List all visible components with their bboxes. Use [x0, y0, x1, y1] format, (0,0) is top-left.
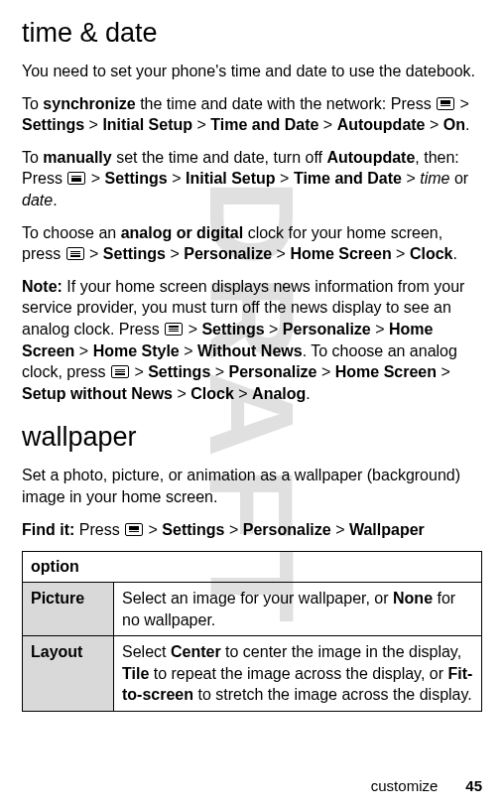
text: Press — [74, 521, 124, 538]
menu-key-icon — [437, 97, 454, 110]
paragraph: To synchronize the time and date with th… — [22, 93, 482, 136]
separator: > — [89, 116, 98, 133]
menu-key-icon — [111, 365, 129, 378]
text: the time and date with the network: Pres… — [136, 95, 436, 112]
paragraph-findit: Find it: Press > Settings > Personalize … — [22, 519, 482, 541]
text: to center the image in the display, — [221, 643, 462, 660]
separator: > — [280, 170, 289, 187]
paragraph: To manually set the time and date, turn … — [22, 147, 482, 211]
separator: > — [215, 363, 224, 380]
text: Select — [122, 643, 171, 660]
options-table: option Picture Select an image for your … — [22, 551, 482, 712]
menu-path: Clock — [190, 385, 234, 402]
text: set the time and date, turn off — [112, 149, 327, 166]
menu-path: Personalize — [283, 321, 371, 338]
menu-key-icon — [125, 523, 143, 536]
table-header: option — [23, 552, 482, 583]
menu-path: Personalize — [243, 521, 331, 538]
table-header-row: option — [23, 552, 482, 583]
menu-path: Clock — [410, 245, 453, 262]
text: to stretch the image across the display. — [193, 686, 472, 703]
option-desc: Select Center to center the image in the… — [114, 636, 482, 712]
separator: > — [172, 170, 181, 187]
menu-path: Wallpaper — [349, 521, 425, 538]
heading-time-date: time & date — [22, 18, 482, 49]
separator: > — [238, 385, 247, 402]
text: to repeat the image across the display, … — [149, 665, 447, 682]
note-label: Note: — [22, 278, 63, 295]
text-italic: time — [420, 170, 449, 187]
option-label: Picture — [23, 583, 114, 636]
text: or — [449, 170, 468, 187]
menu-path: Home Screen — [290, 245, 391, 262]
separator: > — [229, 521, 238, 538]
menu-value: Tile — [122, 665, 149, 682]
menu-path: Initial Setup — [186, 170, 276, 187]
menu-path: Initial Setup — [102, 116, 192, 133]
menu-path: Settings — [148, 363, 210, 380]
menu-path: Settings — [162, 521, 224, 538]
menu-path: Autoupdate — [326, 149, 415, 166]
menu-path: Autoupdate — [337, 116, 426, 133]
menu-path: Personalize — [184, 245, 272, 262]
text-italic: date — [22, 192, 53, 208]
heading-wallpaper: wallpaper — [22, 422, 482, 453]
separator: > — [269, 321, 278, 338]
separator: > — [321, 363, 330, 380]
separator: > — [335, 521, 344, 538]
menu-path: Without News — [197, 342, 303, 359]
menu-path: On — [443, 116, 465, 133]
page-content: time & date You need to set your phone's… — [22, 18, 482, 712]
findit-label: Find it: — [22, 521, 74, 538]
text: To — [22, 95, 43, 112]
menu-path: Home Screen — [335, 363, 437, 380]
option-desc: Select an image for your wallpaper, or N… — [114, 583, 482, 636]
separator: > — [134, 363, 143, 380]
footer-section: customize — [371, 777, 439, 794]
menu-path: Analog — [252, 385, 306, 402]
separator: > — [197, 116, 206, 133]
separator: > — [184, 342, 192, 359]
menu-path: Setup without News — [22, 385, 173, 402]
separator: > — [430, 116, 439, 133]
separator: > — [277, 245, 286, 262]
separator: > — [323, 116, 332, 133]
menu-path: Home Style — [93, 342, 180, 359]
table-row: Layout Select Center to center the image… — [23, 636, 482, 712]
menu-path: Settings — [201, 321, 264, 338]
menu-value: Center — [171, 643, 221, 660]
paragraph: You need to set your phone's time and da… — [22, 61, 482, 82]
text-bold: analog or digital — [121, 224, 244, 241]
paragraph: To choose an analog or digital clock for… — [22, 222, 482, 265]
menu-path: Settings — [22, 116, 84, 133]
menu-path: Time and Date — [294, 170, 402, 187]
paragraph: Set a photo, picture, or animation as a … — [22, 465, 482, 507]
separator: > — [91, 170, 100, 187]
separator: > — [460, 95, 469, 112]
separator: > — [189, 321, 197, 338]
text: To — [22, 149, 43, 166]
menu-path: Personalize — [229, 363, 317, 380]
text: Select an image for your wallpaper, or — [122, 590, 393, 607]
separator: > — [177, 385, 186, 402]
menu-path: Time and Date — [210, 116, 318, 133]
separator: > — [375, 321, 384, 338]
text: To choose an — [22, 224, 121, 241]
menu-path: Settings — [105, 170, 168, 187]
text-bold: manually — [43, 149, 111, 166]
menu-value: None — [393, 590, 433, 607]
paragraph-note: Note: If your home screen displays news … — [22, 276, 482, 405]
text-bold: synchronize — [43, 95, 135, 112]
menu-key-icon — [165, 323, 183, 336]
separator: > — [89, 245, 98, 262]
page-footer: customize45 — [371, 777, 482, 794]
separator: > — [170, 245, 179, 262]
separator: > — [149, 521, 158, 538]
separator: > — [406, 170, 415, 187]
option-label: Layout — [23, 636, 114, 712]
separator: > — [441, 363, 449, 380]
menu-path: Settings — [103, 245, 166, 262]
page-number: 45 — [465, 777, 482, 794]
menu-key-icon — [66, 247, 84, 260]
menu-key-icon — [67, 172, 85, 185]
